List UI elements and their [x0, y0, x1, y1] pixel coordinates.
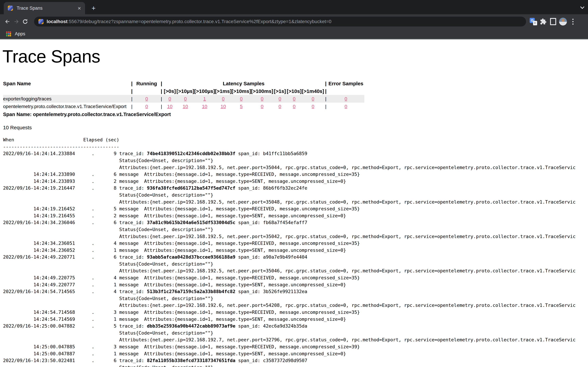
- trace-line: 14:24:54.714569 . 1 message Attributes:{…: [3, 317, 346, 322]
- bucket-count-link[interactable]: 0: [278, 104, 281, 109]
- bucket-count-link[interactable]: 0: [261, 104, 264, 109]
- pipe-separator: |: [130, 103, 134, 110]
- col-header-running: Running: [134, 80, 160, 87]
- trace-line: Attributes:{net.peer.ip=192.168.192.6, n…: [3, 303, 576, 308]
- selected-span-label: Span Name: opentelemetry.proto.collector…: [3, 111, 588, 117]
- bucket-count-link[interactable]: 10: [221, 104, 226, 109]
- pipe-separator: |: [324, 95, 328, 103]
- bucket-count-link[interactable]: 0: [168, 96, 171, 101]
- bucket-header: [>100µs]: [194, 87, 215, 95]
- pipe-separator: |: [160, 80, 163, 87]
- trace-line: 2022/09/16-14:25:00.047882 . 5 trace_id:…: [3, 323, 307, 329]
- bucket-count-link[interactable]: 0: [240, 96, 243, 101]
- trace-line: Attributes:{net.peer.ip=192.168.192.5, n…: [3, 234, 576, 239]
- tab-title: Trace Spans: [17, 6, 76, 11]
- url-host: localhost: [47, 19, 68, 24]
- col-header-latency-samples: Latency Samples: [163, 80, 324, 87]
- tab-search-chevron-icon[interactable]: [580, 5, 584, 8]
- browser-menu-icon[interactable]: [568, 17, 578, 26]
- trace-line: 14:25:00.047885 . 3 message Attributes:{…: [3, 344, 360, 349]
- error-count-link[interactable]: 0: [345, 104, 347, 109]
- trace-line: 14:25:00.047887 . 1 message Attributes:{…: [3, 351, 346, 356]
- trace-line: 14:24:19.216452 . 5 message Attributes:{…: [3, 206, 360, 211]
- trace-line: 2022/09/16-14:24:14.233884 . 9 trace_id:…: [3, 151, 307, 156]
- bucket-count-link[interactable]: 1: [203, 96, 206, 101]
- trace-line: Status{Code=Unset, description=""}: [3, 296, 213, 301]
- bucket-count-link[interactable]: 0: [261, 96, 264, 101]
- summary-header-row: Span Name | Running | Latency Samples | …: [3, 80, 364, 87]
- trace-line: Attributes:{net.peer.ip=192.168.192.5, n…: [3, 199, 576, 205]
- bucket-count-link[interactable]: 0: [184, 96, 187, 101]
- bucket-header: [>10s]: [286, 87, 302, 95]
- forward-button[interactable]: [12, 17, 21, 26]
- request-count-label: 10 Requests: [3, 125, 588, 131]
- pipe-separator: |: [160, 103, 163, 110]
- browser-toolbar: localhost:55679/debug/tracez?zspanname=o…: [0, 14, 588, 29]
- running-count-link[interactable]: 0: [145, 96, 148, 101]
- url-path: :55679/debug/tracez?zspanname=openteleme…: [68, 19, 331, 24]
- trace-line: Status{Code=Unset, description=""}: [3, 227, 213, 232]
- bucket-count-link[interactable]: 0: [278, 96, 281, 101]
- bucket-count-link[interactable]: 0: [312, 104, 314, 109]
- bucket-count-link[interactable]: 0: [293, 96, 295, 101]
- trace-listing: When Elapsed (sec) ---------------------…: [3, 136, 588, 367]
- extensions-puzzle-icon[interactable]: [538, 17, 548, 26]
- pipe-separator: |: [160, 87, 163, 95]
- trace-line: 2022/09/16-14:24:19.216447 . 8 trace_id:…: [3, 185, 307, 191]
- browser-tab[interactable]: Trace Spans ×: [4, 2, 85, 14]
- trace-line: Attributes:{net.peer.ip=192.168.192.5, n…: [3, 165, 576, 170]
- trace-line: Status{Code=Unset, description=""}: [3, 158, 213, 163]
- trace-line: Status{Code=Unset, description=""}: [3, 261, 213, 267]
- profile-avatar[interactable]: [558, 17, 568, 26]
- running-count-link[interactable]: 0: [145, 104, 148, 109]
- trace-line: Status{Code=Unset, description=""}: [3, 192, 213, 198]
- span-name-cell: exporter/logging/traces: [3, 95, 130, 103]
- bucket-count-link[interactable]: 10: [183, 104, 188, 109]
- browser-chrome: Trace Spans × + localhost:55679/debug/tr…: [0, 0, 588, 39]
- bucket-count-link[interactable]: 10: [202, 104, 207, 109]
- side-panel-icon[interactable]: [548, 17, 558, 26]
- bucket-header: [>10µs]: [176, 87, 194, 95]
- span-summary-table: Span Name | Running | Latency Samples | …: [3, 80, 364, 110]
- bucket-header: [>100ms]: [251, 87, 273, 95]
- apps-label[interactable]: Apps: [15, 31, 25, 36]
- trace-line: Status{Code=Unset, description=""}: [3, 330, 213, 335]
- trace-line: 2022/09/16-14:23:50.022481 . 6 trace_id:…: [3, 358, 307, 363]
- span-name-cell: opentelemetry.proto.collector.trace.v1.T…: [3, 103, 130, 110]
- bucket-header: [>10ms]: [232, 87, 251, 95]
- apps-grid-icon[interactable]: [6, 32, 11, 36]
- new-tab-button[interactable]: +: [90, 4, 97, 12]
- bucket-header: [>0s]: [163, 87, 176, 95]
- url-bar[interactable]: localhost:55679/debug/tracez?zspanname=o…: [34, 17, 526, 26]
- bucket-count-link[interactable]: 5: [240, 104, 243, 109]
- bucket-header: [>1ms]: [215, 87, 232, 95]
- pipe-separator: |: [160, 95, 163, 103]
- bucket-header: [>1s]: [273, 87, 286, 95]
- tab-strip: Trace Spans × +: [0, 0, 588, 14]
- back-button[interactable]: [3, 17, 12, 26]
- trace-line: 14:24:34.236052 . 1 message Attributes:{…: [3, 248, 346, 253]
- trace-line: 2022/09/16-14:24:49.220771 . 6 trace_id:…: [3, 254, 307, 260]
- trace-line: 14:24:14.233890 . 6 message Attributes:{…: [3, 172, 360, 177]
- tab-close-icon[interactable]: ×: [78, 5, 81, 11]
- bucket-count-link[interactable]: 10: [167, 104, 172, 109]
- trace-line: 14:24:49.220777 . 1 message Attributes:{…: [3, 282, 346, 287]
- bookmarks-bar: Apps: [0, 29, 588, 39]
- trace-line: 14:24:14.233893 . 2 message Attributes:{…: [3, 179, 346, 184]
- translate-icon[interactable]: G: [528, 17, 538, 26]
- error-count-link[interactable]: 0: [345, 96, 347, 101]
- url-text: localhost:55679/debug/tracez?zspanname=o…: [47, 19, 331, 24]
- bucket-count-link[interactable]: 0: [222, 96, 225, 101]
- pipe-separator: |: [324, 80, 328, 87]
- bucket-header-row: | | [>0s][>10µs][>100µs][>1ms][>10ms][>1…: [3, 87, 364, 95]
- trace-line: 14:24:54.714568 . 3 message Attributes:{…: [3, 309, 360, 315]
- trace-line: 14:24:49.220775 . 4 message Attributes:{…: [3, 275, 360, 280]
- bucket-count-link[interactable]: 0: [312, 96, 314, 101]
- trace-line: Attributes:{net.peer.ip=192.168.192.7, n…: [3, 337, 576, 342]
- col-header-error-samples: Error Samples: [328, 80, 364, 87]
- bucket-count-link[interactable]: 0: [293, 104, 295, 109]
- url-favicon: [38, 19, 43, 24]
- bucket-header: [>1m40s]: [302, 87, 324, 95]
- reload-button[interactable]: [21, 17, 30, 26]
- trace-line: 2022/09/16-14:24:54.714565 . 4 trace_id:…: [3, 289, 307, 294]
